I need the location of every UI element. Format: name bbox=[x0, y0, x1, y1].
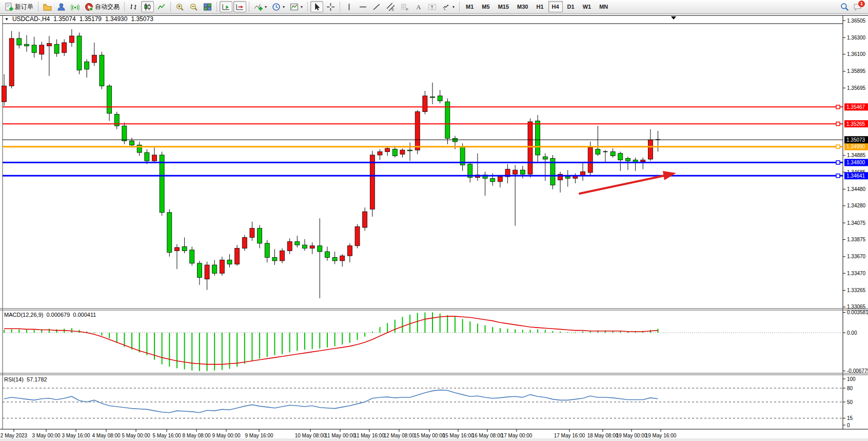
svg-text:0.003581: 0.003581 bbox=[847, 310, 868, 315]
market-watch-button[interactable] bbox=[55, 1, 68, 12]
arrows-button[interactable]: ▾ bbox=[440, 1, 457, 12]
auto-scroll-button[interactable] bbox=[220, 1, 232, 12]
svg-text:1.33265: 1.33265 bbox=[847, 287, 866, 293]
svg-text:15 May 00:00: 15 May 00:00 bbox=[414, 433, 445, 438]
toolbar-separator bbox=[38, 2, 38, 12]
vertical-line-button[interactable] bbox=[343, 1, 356, 12]
svg-text:17 May 00:00: 17 May 00:00 bbox=[501, 433, 532, 438]
chart-shift-button[interactable] bbox=[233, 1, 246, 12]
horizontal-line-icon bbox=[359, 3, 367, 11]
chart-window[interactable]: 1.365051.363001.361001.358951.356951.348… bbox=[0, 14, 868, 441]
svg-text:0: 0 bbox=[847, 423, 850, 428]
templates-dropdown-caret[interactable]: ▾ bbox=[301, 5, 303, 9]
tile-windows-button[interactable] bbox=[201, 1, 214, 12]
svg-text:1.34990: 1.34990 bbox=[846, 144, 865, 149]
svg-text:1.34885: 1.34885 bbox=[847, 152, 866, 158]
svg-text:1.36505: 1.36505 bbox=[847, 18, 866, 24]
svg-text:1.36300: 1.36300 bbox=[847, 35, 866, 41]
svg-text:F: F bbox=[406, 7, 408, 11]
svg-text:1.35467: 1.35467 bbox=[846, 104, 865, 110]
svg-text:1.33670: 1.33670 bbox=[847, 254, 866, 259]
indicators-button[interactable]: ▾ bbox=[252, 1, 269, 12]
svg-text:8 May 08:00: 8 May 08:00 bbox=[182, 433, 210, 438]
chart-close-value: 1.35073 bbox=[131, 15, 153, 23]
toolbar-right-group: 1 bbox=[840, 3, 866, 11]
svg-text:80: 80 bbox=[847, 386, 853, 391]
svg-text:0.00: 0.00 bbox=[847, 330, 857, 336]
signals-button[interactable] bbox=[69, 1, 82, 12]
autotrading-icon bbox=[85, 3, 93, 11]
svg-text:50: 50 bbox=[847, 399, 853, 405]
svg-text:12 May 08:00: 12 May 08:00 bbox=[384, 433, 415, 438]
main-toolbar: 新订单 自动交易 bbox=[0, 0, 868, 14]
crosshair-button[interactable] bbox=[324, 1, 337, 12]
timeframe-button-H4[interactable]: H4 bbox=[548, 1, 563, 12]
chart-title: ▼ USDCAD-,H4 1.35074 1.35179 1.34930 1.3… bbox=[5, 15, 153, 23]
arrow-objects-icon bbox=[442, 3, 450, 11]
templates-icon bbox=[290, 3, 299, 11]
timeframe-button-H1[interactable]: H1 bbox=[532, 1, 547, 12]
autotrading-button[interactable]: 自动交易 bbox=[83, 1, 122, 12]
svg-text:15 May 16:00: 15 May 16:00 bbox=[443, 433, 474, 438]
periods-button[interactable]: ▾ bbox=[270, 1, 287, 12]
line-chart-button[interactable] bbox=[155, 1, 168, 12]
new-order-button[interactable]: 新订单 bbox=[3, 1, 35, 12]
cursor-icon bbox=[312, 3, 321, 11]
zoom-out-icon bbox=[189, 3, 198, 11]
timeframe-button-M5[interactable]: M5 bbox=[478, 1, 493, 12]
text-label-button[interactable]: T bbox=[426, 1, 439, 12]
timeframe-button-D1[interactable]: D1 bbox=[564, 1, 578, 12]
svg-text:9 May 16:00: 9 May 16:00 bbox=[245, 433, 273, 438]
timeframe-button-M1[interactable]: M1 bbox=[462, 1, 477, 12]
fibonacci-button[interactable]: F bbox=[398, 1, 411, 12]
search-icon[interactable] bbox=[840, 3, 849, 11]
line-chart-icon bbox=[157, 3, 166, 11]
text-button[interactable]: A bbox=[412, 1, 425, 12]
new-order-icon bbox=[5, 3, 13, 11]
horizontal-line-button[interactable] bbox=[357, 1, 369, 12]
svg-text:1.34800: 1.34800 bbox=[846, 160, 865, 165]
svg-text:1.34480: 1.34480 bbox=[847, 186, 866, 192]
timeframe-button-M30[interactable]: M30 bbox=[514, 1, 531, 12]
crosshair-icon bbox=[326, 3, 335, 11]
indicators-dropdown-caret[interactable]: ▾ bbox=[265, 5, 267, 9]
svg-text:17 May 16:00: 17 May 16:00 bbox=[554, 433, 585, 438]
price-label-1.35467: 1.35467 bbox=[844, 103, 868, 110]
profiles-button[interactable] bbox=[41, 1, 54, 12]
svg-text:15: 15 bbox=[847, 415, 853, 421]
chart-shift-icon bbox=[235, 3, 244, 11]
svg-text:100: 100 bbox=[847, 376, 856, 382]
equidistant-channel-icon: E bbox=[386, 3, 395, 11]
channel-button[interactable]: E bbox=[384, 1, 397, 12]
price-chart-canvas[interactable]: 1.365051.363001.361001.358951.356951.348… bbox=[0, 14, 868, 441]
tile-windows-icon bbox=[203, 3, 212, 11]
arrows-dropdown-caret[interactable]: ▾ bbox=[452, 5, 455, 9]
timeframe-button-M15[interactable]: M15 bbox=[495, 1, 512, 12]
timeframe-button-W1[interactable]: W1 bbox=[579, 1, 595, 12]
trendline-button[interactable] bbox=[370, 1, 383, 12]
vertical-line-icon bbox=[345, 3, 353, 11]
periods-dropdown-caret[interactable]: ▾ bbox=[283, 5, 285, 9]
zoom-in-button[interactable] bbox=[173, 1, 186, 12]
chart-menu-icon[interactable]: ▼ bbox=[5, 17, 9, 22]
chart-open-value: 1.35074 bbox=[53, 15, 75, 23]
notifications-button[interactable]: 1 bbox=[853, 3, 862, 11]
svg-text:1.35695: 1.35695 bbox=[847, 85, 866, 91]
new-order-label: 新订单 bbox=[15, 3, 33, 11]
zoom-out-button[interactable] bbox=[187, 1, 200, 12]
bar-chart-button[interactable] bbox=[127, 1, 140, 12]
timeframe-button-MN[interactable]: MN bbox=[596, 1, 611, 12]
chart-symbol-period: USDCAD-,H4 bbox=[12, 15, 50, 23]
templates-button[interactable]: ▾ bbox=[288, 1, 305, 12]
macd-label: MACD(12,26,9) 0.000679 0.000411 bbox=[4, 312, 96, 318]
application-window: 新订单 自动交易 bbox=[0, 0, 868, 441]
toolbar-separator bbox=[307, 2, 308, 12]
macd-name: MACD(12,26,9) bbox=[4, 312, 43, 318]
candlestick-chart-button[interactable] bbox=[141, 1, 154, 12]
periods-clock-icon bbox=[272, 3, 281, 11]
svg-text:1.35895: 1.35895 bbox=[847, 68, 866, 74]
svg-text:3 May 00:00: 3 May 00:00 bbox=[32, 433, 60, 438]
svg-text:5 May 00:00: 5 May 00:00 bbox=[122, 433, 150, 438]
cursor-button[interactable] bbox=[310, 1, 323, 12]
price-label-1.35073: 1.35073 bbox=[844, 136, 868, 143]
